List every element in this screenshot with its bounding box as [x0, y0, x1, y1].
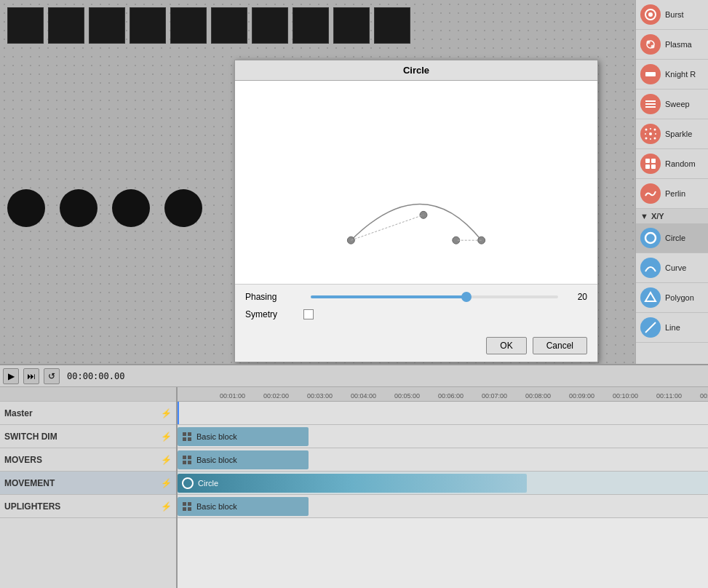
dialog-canvas: [235, 81, 597, 285]
switch-dim-track: Basic block: [178, 425, 708, 448]
uplighters-label: UPLIGHTERS: [4, 501, 60, 512]
svg-point-18: [645, 138, 648, 140]
svg-rect-33: [183, 437, 186, 441]
svg-rect-25: [651, 159, 656, 163]
play-button[interactable]: ▶: [3, 368, 19, 384]
svg-rect-41: [183, 507, 186, 511]
movement-block[interactable]: Circle: [178, 474, 527, 493]
thumbnail-5[interactable]: [170, 7, 207, 44]
phasing-slider-thumb[interactable]: [461, 292, 472, 302]
movement-expand-icon[interactable]: ⚡: [160, 477, 172, 489]
svg-rect-26: [645, 164, 650, 169]
sidebar-item-sparkle[interactable]: Sparkle: [636, 119, 708, 149]
loop-button[interactable]: ↺: [44, 368, 60, 384]
sidebar-item-polygon[interactable]: Polygon: [636, 283, 708, 313]
svg-rect-38: [188, 461, 191, 464]
uplighters-track: Basic block: [178, 495, 708, 518]
cancel-button[interactable]: Cancel: [533, 337, 587, 354]
thumbnail-7[interactable]: [252, 7, 288, 44]
switch-dim-expand-icon[interactable]: ⚡: [160, 431, 172, 442]
svg-rect-37: [183, 461, 186, 464]
ruler-mark-8: 00:08:00: [525, 392, 551, 400]
ok-button[interactable]: OK: [486, 337, 526, 354]
polygon-label: Polygon: [665, 293, 694, 302]
curve-label: Curve: [665, 263, 686, 272]
svg-point-15: [649, 132, 652, 135]
circle-label: Circle: [665, 234, 685, 242]
switch-dim-block[interactable]: Basic block: [178, 427, 309, 446]
sidebar-item-circle[interactable]: Circle: [636, 223, 708, 253]
ruler-mark-1: 00:01:00: [220, 392, 245, 400]
thumbnail-1[interactable]: [7, 7, 44, 44]
track-labels: Master ⚡ SWITCH DIM ⚡ MOVERS ⚡ MOVEMENT …: [0, 387, 178, 588]
random-label: Random: [665, 159, 696, 168]
thumbnail-6[interactable]: [211, 7, 247, 44]
ruler-mark-7: 00:07:00: [482, 392, 507, 400]
svg-rect-36: [188, 456, 191, 459]
sidebar-item-plasma[interactable]: Plasma: [636, 30, 708, 60]
preview-circle-1: [7, 189, 45, 227]
sidebar-item-random[interactable]: Random: [636, 149, 708, 179]
movement-track: Circle: [178, 472, 708, 495]
svg-rect-42: [188, 507, 191, 511]
svg-point-20: [650, 128, 651, 130]
phasing-label: Phasing: [245, 292, 303, 302]
perlin-label: Perlin: [665, 189, 685, 198]
phasing-slider-container[interactable]: [311, 295, 558, 298]
svg-rect-40: [188, 502, 191, 506]
svg-point-16: [645, 129, 648, 131]
movers-track: Basic block: [178, 448, 708, 472]
svg-rect-31: [183, 432, 186, 436]
curve-icon: [640, 258, 661, 278]
burst-label: Burst: [665, 10, 684, 19]
thumbnail-4[interactable]: [130, 7, 166, 44]
thumbnail-8[interactable]: [293, 7, 329, 44]
uplighters-expand-icon[interactable]: ⚡: [160, 501, 172, 512]
thumbnail-2[interactable]: [48, 7, 84, 44]
sidebar-item-burst[interactable]: Burst: [636, 0, 708, 30]
right-sidebar: Burst Plasma Knight R Sweep Sparkle Rand…: [635, 0, 708, 364]
xy-collapse-icon[interactable]: ▼: [640, 212, 648, 220]
sidebar-item-sweep[interactable]: Sweep: [636, 90, 708, 119]
svg-point-22: [645, 133, 646, 135]
symetry-checkbox[interactable]: [303, 309, 314, 319]
thumbnail-3[interactable]: [89, 7, 125, 44]
movement-block-label: Circle: [198, 479, 218, 488]
svg-point-17: [654, 129, 656, 131]
svg-point-9: [647, 41, 651, 44]
playhead: [178, 402, 179, 424]
phasing-slider-fill: [311, 295, 464, 298]
sweep-icon: [640, 94, 661, 114]
sidebar-item-knight-r[interactable]: Knight R: [636, 60, 708, 90]
svg-rect-39: [183, 502, 186, 506]
movers-label: MOVERS: [4, 455, 42, 465]
random-icon: [640, 154, 661, 174]
perlin-icon: [640, 183, 661, 204]
sidebar-item-line[interactable]: Line: [636, 313, 708, 343]
sidebar-item-perlin[interactable]: Perlin: [636, 179, 708, 209]
thumbnails-row: [7, 7, 410, 44]
track-label-movement: MOVEMENT ⚡: [0, 472, 176, 495]
ruler-mark-2: 00:02:00: [263, 392, 289, 400]
movers-expand-icon[interactable]: ⚡: [160, 454, 172, 466]
uplighters-block[interactable]: Basic block: [178, 497, 309, 516]
dialog-controls: Phasing 20 Symetry: [235, 285, 597, 334]
svg-point-0: [347, 237, 354, 244]
movers-block[interactable]: Basic block: [178, 450, 309, 469]
polygon-icon: [640, 287, 661, 308]
phasing-value: 20: [565, 292, 587, 302]
ruler-mark-4: 00:04:00: [351, 392, 376, 400]
sidebar-item-curve[interactable]: Curve: [636, 253, 708, 283]
master-expand-icon[interactable]: ⚡: [160, 408, 172, 419]
svg-rect-35: [183, 456, 186, 459]
phasing-slider-track[interactable]: [311, 295, 558, 298]
thumbnail-9[interactable]: [333, 7, 370, 44]
step-forward-button[interactable]: ⏭: [23, 368, 39, 384]
phasing-row: Phasing 20: [245, 292, 587, 302]
svg-point-19: [654, 138, 656, 140]
plasma-label: Plasma: [665, 40, 692, 49]
svg-marker-29: [645, 293, 656, 301]
thumbnail-10[interactable]: [374, 7, 410, 44]
knight-r-label: Knight R: [665, 70, 696, 79]
svg-point-21: [650, 138, 651, 140]
